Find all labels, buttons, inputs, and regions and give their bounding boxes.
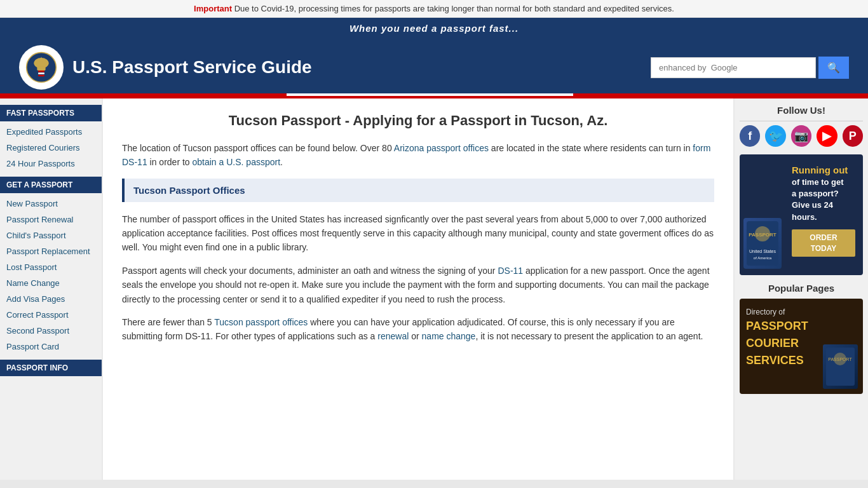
svg-rect-7 bbox=[38, 72, 44, 74]
sidebar-item-name-change[interactable]: Name Change bbox=[0, 275, 102, 291]
sidebar-item-passport-renewal[interactable]: Passport Renewal bbox=[0, 212, 102, 227]
popular-pages-title: Popular Pages bbox=[740, 283, 863, 294]
header-tagline: When you need a passport fast... bbox=[0, 18, 868, 39]
ad2-line1: PASSPORT bbox=[746, 318, 857, 335]
link-obtain-passport[interactable]: obtain a U.S. passport bbox=[193, 157, 281, 167]
sidebar-section-passport-info: PASSPORT INFO bbox=[0, 360, 102, 376]
ad-passport-image: PASSPORT United States of America bbox=[743, 218, 782, 269]
para-3: There are fewer than 5 Tucson passport o… bbox=[122, 315, 714, 344]
sidebar-item-passport-replacement[interactable]: Passport Replacement bbox=[0, 243, 102, 259]
svg-text:of America: of America bbox=[754, 256, 772, 260]
alert-prefix: Important bbox=[194, 4, 232, 13]
sidebar-section-title-info: PASSPORT INFO bbox=[0, 360, 102, 376]
intro-text-1: The location of Tucson passport offices … bbox=[122, 143, 394, 153]
layout: FAST PASSPORTS Expedited Passports Regis… bbox=[0, 98, 868, 480]
para3-mid: or bbox=[409, 331, 421, 341]
header: When you need a passport fast... U.S. Pa… bbox=[0, 18, 868, 98]
para3-start: There are fewer than 5 bbox=[122, 317, 214, 327]
search-button[interactable]: 🔍 bbox=[818, 57, 849, 79]
svg-rect-2 bbox=[37, 66, 45, 71]
ad2-dir-of: Directory of bbox=[746, 306, 857, 318]
youtube-icon[interactable]: ▶ bbox=[817, 125, 837, 147]
sidebar-section-title-get: GET A PASSPORT bbox=[0, 177, 102, 193]
para3-tail: , it is not necessary to present the app… bbox=[475, 331, 703, 341]
sidebar-item-new-passport[interactable]: New Passport bbox=[0, 196, 102, 212]
intro-text-3: in order to bbox=[147, 157, 193, 167]
left-sidebar: FAST PASSPORTS Expedited Passports Regis… bbox=[0, 98, 102, 480]
sidebar-item-expedited-passports[interactable]: Expedited Passports bbox=[0, 124, 102, 140]
alert-text: Due to Covid-19, processing times for pa… bbox=[234, 4, 674, 13]
popular-ad-courier[interactable]: Directory of PASSPORT COURIER SERVICES P… bbox=[740, 299, 863, 394]
sidebar-section-fast-passports: FAST PASSPORTS Expedited Passports Regis… bbox=[0, 105, 102, 172]
link-ds11[interactable]: DS-11 bbox=[498, 266, 523, 276]
ad-order-button[interactable]: ORDER TODAY bbox=[792, 229, 855, 257]
para-1: The number of passport offices in the Un… bbox=[122, 212, 714, 255]
follow-us-title: Follow Us! bbox=[740, 105, 863, 116]
sidebar-item-registered-couriers[interactable]: Registered Couriers bbox=[0, 140, 102, 156]
sidebar-item-childs-passport[interactable]: Child's Passport bbox=[0, 227, 102, 243]
ad-passport-box[interactable]: PASSPORT United States of America Runnin… bbox=[740, 154, 863, 275]
link-renewal[interactable]: renewal bbox=[377, 331, 409, 341]
page-title: Tucson Passport - Applying for a Passpor… bbox=[122, 111, 714, 131]
sidebar-section-get-passport: GET A PASSPORT New Passport Passport Ren… bbox=[0, 177, 102, 355]
ad-box-text: Running out of time to get a passport? G… bbox=[792, 163, 855, 257]
facebook-icon[interactable]: f bbox=[740, 125, 760, 147]
sidebar-item-add-visa-pages[interactable]: Add Visa Pages bbox=[0, 291, 102, 307]
para-2: Passport agents will check your document… bbox=[122, 264, 714, 306]
ad-line3: a passport? bbox=[792, 188, 855, 200]
site-title: U.S. Passport Service Guide bbox=[72, 57, 312, 78]
link-tucson-offices[interactable]: Tucson passport offices bbox=[214, 317, 308, 327]
svg-text:PASSPORT: PASSPORT bbox=[749, 232, 776, 238]
section-box-title: Tucson Passport Offices bbox=[133, 185, 705, 196]
seal-svg bbox=[25, 51, 57, 83]
sidebar-item-second-passport[interactable]: Second Passport bbox=[0, 323, 102, 339]
instagram-icon[interactable]: 📷 bbox=[791, 125, 811, 147]
logo-area[interactable]: U.S. Passport Service Guide bbox=[19, 45, 312, 90]
sidebar-item-24-hour-passports[interactable]: 24 Hour Passports bbox=[0, 156, 102, 172]
sidebar-item-lost-passport[interactable]: Lost Passport bbox=[0, 259, 102, 275]
ad-line2: of time to get bbox=[792, 177, 855, 188]
intro-text-2: are located in the state where residents… bbox=[489, 143, 693, 153]
para2-start: Passport agents will check your document… bbox=[122, 266, 498, 276]
svg-rect-6 bbox=[38, 71, 44, 72]
ad-line1: Running out bbox=[792, 163, 855, 177]
follow-divider bbox=[740, 121, 863, 121]
search-input[interactable] bbox=[651, 57, 816, 78]
section-box-offices: Tucson Passport Offices bbox=[122, 179, 714, 202]
svg-text:United States: United States bbox=[749, 249, 776, 254]
right-sidebar: Follow Us! f 🐦 📷 ▶ P PASSPORT United Sta… bbox=[735, 98, 868, 480]
sidebar-item-passport-card[interactable]: Passport Card bbox=[0, 339, 102, 355]
search-area: 🔍 bbox=[651, 57, 849, 79]
link-arizona-offices[interactable]: Arizona passport offices bbox=[394, 143, 489, 153]
main-content: Tucson Passport - Applying for a Passpor… bbox=[103, 98, 733, 480]
header-main: U.S. Passport Service Guide 🔍 bbox=[0, 39, 868, 96]
svg-rect-8 bbox=[38, 75, 44, 77]
ad-line4: Give us 24 hours. bbox=[792, 200, 855, 222]
sidebar-section-title-fast: FAST PASSPORTS bbox=[0, 105, 102, 121]
intro-paragraph: The location of Tucson passport offices … bbox=[122, 141, 714, 170]
pinterest-icon[interactable]: P bbox=[843, 125, 863, 147]
popular-ad-passport-image: PASSPORT bbox=[823, 344, 858, 389]
sidebar-item-correct-passport[interactable]: Correct Passport bbox=[0, 307, 102, 323]
link-name-change[interactable]: name change bbox=[422, 331, 476, 341]
alert-bar: Important Due to Covid-19, processing ti… bbox=[0, 0, 868, 18]
social-icons: f 🐦 📷 ▶ P bbox=[740, 125, 863, 147]
intro-text-4: . bbox=[280, 157, 283, 167]
logo-icon bbox=[19, 45, 64, 90]
svg-text:PASSPORT: PASSPORT bbox=[828, 357, 852, 362]
twitter-icon[interactable]: 🐦 bbox=[765, 125, 785, 147]
